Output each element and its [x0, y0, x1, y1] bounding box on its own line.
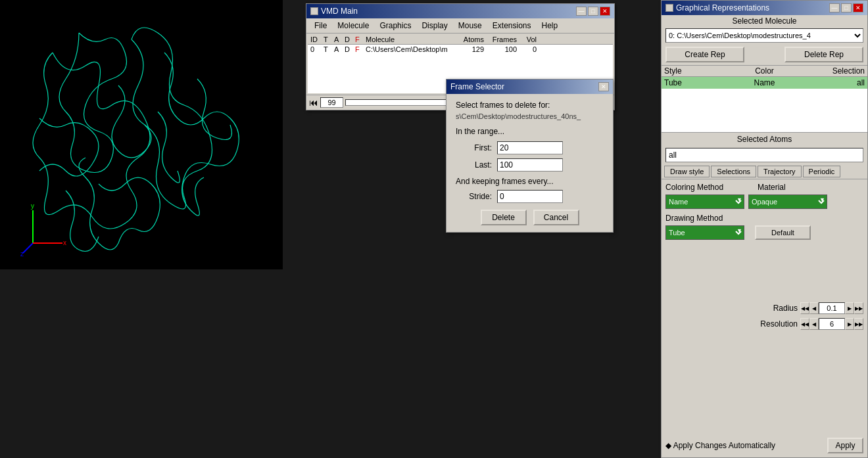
coloring-material-row: Coloring Method Material	[662, 181, 867, 193]
gr-close-button[interactable]: ✕	[853, 3, 863, 12]
last-label: Last:	[456, 160, 492, 170]
coloring-method-select[interactable]: Name Type ResName Chain	[665, 195, 744, 209]
col-style-header: Style	[664, 66, 731, 76]
graphical-representations-window: Graphical Representations — □ ✕ Selected…	[661, 0, 868, 458]
vmd-main-titlebar: VMD Main — □ ✕	[306, 4, 614, 18]
header-id: ID	[310, 35, 324, 43]
menu-help[interactable]: Help	[537, 20, 564, 32]
tab-draw-style[interactable]: Draw style	[664, 166, 710, 177]
graphical-rep-title: Graphical Representations	[676, 3, 769, 12]
coloring-method-wrapper: Name Type ResName Chain	[665, 195, 744, 209]
tab-periodic[interactable]: Periodic	[803, 166, 841, 177]
resolution-spinbox-group: Resolution ◀◀ ◀ ▶ ▶▶	[662, 316, 867, 332]
selected-atoms-label: Selected Atoms	[662, 133, 867, 146]
gr-maximize-button[interactable]: □	[841, 3, 852, 12]
radius-input[interactable]	[819, 302, 845, 314]
last-field-row: Last:	[456, 158, 604, 172]
radius-fast-inc-button[interactable]: ▶▶	[854, 302, 863, 314]
header-vol: Vol	[517, 35, 537, 43]
axes-display: y z x	[20, 204, 72, 256]
drawing-method-row: Tube Lines VDW CPK Cartoon Default	[662, 224, 867, 241]
rep-style: Tube	[664, 78, 731, 87]
drawing-method-label-row: Drawing Method	[662, 212, 867, 224]
maximize-button[interactable]: □	[588, 7, 598, 16]
keeping-label: And keeping frames every...	[456, 177, 604, 186]
resolution-inc-button[interactable]: ▶	[845, 318, 854, 330]
row-f: F	[355, 45, 366, 53]
stride-field-row: Stride:	[456, 190, 604, 203]
create-rep-button[interactable]: Create Rep	[665, 47, 744, 62]
tab-trajectory[interactable]: Trajectory	[758, 166, 802, 177]
frame-selector-title: Frame Selector	[450, 82, 504, 91]
dialog-close-button[interactable]: ✕	[598, 82, 609, 91]
stride-input[interactable]	[497, 190, 563, 203]
radius-spinbox-group: Radius ◀◀ ◀ ▶ ▶▶	[662, 300, 867, 316]
radius-fast-dec-button[interactable]: ◀◀	[800, 302, 809, 314]
radius-dec-button[interactable]: ◀	[809, 302, 819, 314]
resolution-label: Resolution	[760, 319, 798, 329]
delete-button[interactable]: Delete	[481, 210, 527, 225]
row-vol: 0	[517, 45, 537, 53]
graphical-rep-titlebar: Graphical Representations — □ ✕	[662, 1, 867, 15]
resolution-fast-inc-button[interactable]: ▶▶	[854, 318, 863, 330]
auto-apply-label: ◆ Apply Changes Automatically	[665, 441, 775, 450]
row-d: D	[345, 45, 355, 53]
drawing-method-label: Drawing Method	[665, 214, 723, 223]
rep-table-body: Tube Name all	[662, 77, 867, 133]
frame-number-input[interactable]	[320, 97, 343, 108]
minimize-button[interactable]: —	[576, 7, 587, 16]
apply-button[interactable]: Apply	[827, 438, 863, 453]
col-selection-header: Selection	[798, 66, 865, 76]
menu-file[interactable]: File	[309, 20, 332, 32]
frame-selector-titlebar: Frame Selector ✕	[446, 80, 613, 94]
default-button[interactable]: Default	[755, 225, 811, 240]
resolution-fast-dec-button[interactable]: ◀◀	[800, 318, 809, 330]
header-molecule: Molecule	[366, 35, 451, 43]
row-id: 0	[310, 45, 324, 53]
row-atoms: 129	[451, 45, 484, 53]
selected-molecule-label: Selected Molecule	[662, 15, 867, 27]
resolution-input[interactable]	[819, 318, 845, 330]
table-row[interactable]: 0 T A D F C:\Users\Cem\Desktop\m 129 100…	[308, 45, 613, 54]
svg-line-2	[23, 243, 33, 253]
dialog-path: s\Cem\Desktop\modestructures_40ns_	[456, 112, 604, 120]
rep-buttons-row: Create Rep Delete Rep	[662, 44, 867, 65]
close-button[interactable]: ✕	[600, 7, 610, 16]
gr-minimize-button[interactable]: —	[829, 3, 840, 12]
coloring-material-dropdowns: Name Type ResName Chain Opaque Transpare…	[662, 193, 867, 210]
svg-text:x: x	[63, 239, 66, 246]
svg-text:z: z	[20, 250, 24, 256]
menu-mouse[interactable]: Mouse	[453, 20, 487, 32]
row-frames: 100	[484, 45, 517, 53]
stride-label: Stride:	[456, 192, 492, 201]
playback-start-icon[interactable]: ⏮	[309, 97, 318, 108]
menu-bar: File Molecule Graphics Display Mouse Ext…	[306, 18, 614, 34]
graphical-rep-icon	[665, 4, 673, 12]
menu-extensions[interactable]: Extensions	[487, 20, 537, 32]
tab-selections[interactable]: Selections	[711, 166, 756, 177]
last-input[interactable]	[497, 158, 563, 172]
header-f: F	[355, 35, 366, 43]
draw-style-panel: Coloring Method Material Name Type ResNa…	[662, 179, 867, 241]
resolution-dec-button[interactable]: ◀	[809, 318, 819, 330]
row-molecule: C:\Users\Cem\Desktop\m	[366, 45, 451, 53]
material-select[interactable]: Opaque Transparent Diffuse	[748, 195, 827, 209]
delete-rep-button[interactable]: Delete Rep	[784, 47, 863, 62]
header-t: T	[324, 35, 334, 43]
rep-color: Name	[731, 78, 798, 87]
molecule-dropdown[interactable]: 0: C:\Users\Cem\Desktop\modestructures_4	[665, 28, 863, 43]
window-controls: — □ ✕	[576, 7, 610, 16]
menu-graphics[interactable]: Graphics	[374, 20, 416, 32]
rep-row[interactable]: Tube Name all	[662, 77, 867, 89]
first-input[interactable]	[497, 141, 563, 154]
atom-selection-input[interactable]	[665, 148, 863, 162]
radius-inc-button[interactable]: ▶	[845, 302, 854, 314]
menu-display[interactable]: Display	[416, 20, 452, 32]
menu-molecule[interactable]: Molecule	[332, 20, 374, 32]
dialog-buttons: Delete Cancel	[456, 210, 604, 225]
row-a: A	[334, 45, 345, 53]
header-a: A	[334, 35, 345, 43]
cancel-button[interactable]: Cancel	[533, 210, 579, 225]
first-label: First:	[456, 143, 492, 152]
drawing-method-select[interactable]: Tube Lines VDW CPK Cartoon	[665, 225, 744, 240]
